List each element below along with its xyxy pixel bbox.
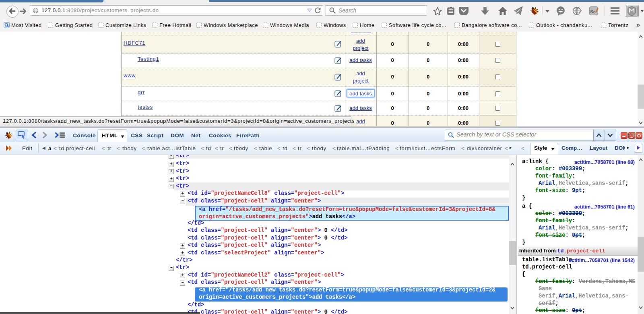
svg-text:Se: Se (590, 9, 595, 14)
